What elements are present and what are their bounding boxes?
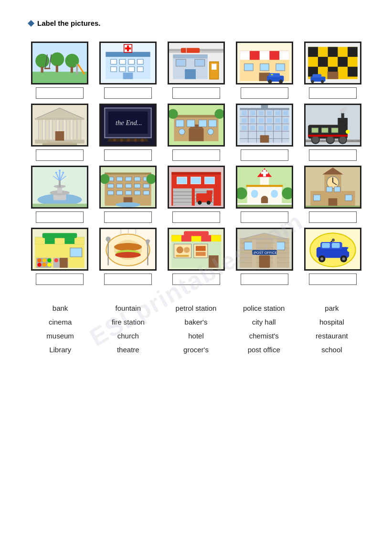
svg-rect-8: [76, 64, 78, 74]
cell-hotel: [97, 166, 159, 223]
svg-rect-195: [173, 189, 191, 206]
svg-point-248: [37, 259, 41, 263]
cell-post-office: POST OFFICE: [233, 228, 295, 285]
label-fountain[interactable]: [36, 211, 84, 223]
label-police-station[interactable]: [241, 87, 288, 99]
svg-rect-44: [279, 51, 289, 61]
label-grocers[interactable]: [36, 274, 84, 285]
label-cinema[interactable]: [309, 87, 357, 99]
svg-rect-210: [191, 177, 201, 184]
pic-train-station: [304, 104, 361, 147]
label-hotel[interactable]: [104, 211, 152, 223]
svg-point-309: [347, 248, 351, 252]
svg-rect-211: [204, 177, 214, 184]
svg-rect-129: [283, 119, 288, 123]
svg-rect-99: [187, 120, 195, 127]
pic-grocers: [31, 228, 88, 271]
svg-rect-174: [117, 177, 122, 181]
svg-rect-243: [35, 237, 45, 244]
word-bank-item: bank: [29, 304, 92, 312]
svg-point-277: [176, 247, 183, 254]
svg-point-68: [311, 80, 314, 83]
svg-rect-144: [311, 128, 318, 133]
svg-point-91: [120, 139, 123, 142]
svg-rect-134: [275, 126, 280, 130]
svg-rect-135: [283, 126, 288, 130]
label-post-office[interactable]: [241, 274, 288, 285]
svg-point-190: [116, 202, 140, 207]
svg-rect-33: [194, 60, 204, 67]
svg-rect-46: [244, 64, 253, 71]
svg-rect-186: [134, 191, 140, 195]
svg-point-90: [113, 139, 116, 142]
svg-rect-130: [242, 126, 246, 130]
svg-rect-80: [35, 118, 85, 120]
label-fire-station[interactable]: [172, 211, 220, 223]
svg-point-69: [321, 80, 324, 83]
svg-rect-18: [128, 60, 134, 64]
svg-rect-185: [125, 191, 131, 195]
svg-rect-274: [211, 235, 221, 242]
svg-rect-222: [246, 185, 283, 187]
word-bank-item: hospital: [300, 318, 363, 326]
svg-rect-22: [128, 67, 134, 72]
svg-rect-120: [258, 111, 263, 116]
pic-theatre: the End...: [99, 104, 157, 147]
word-bank-item: cinema: [29, 318, 92, 326]
svg-rect-73: [45, 119, 49, 141]
label-restaurant[interactable]: [104, 274, 152, 285]
cell-city-hall: [233, 104, 295, 161]
label-park[interactable]: [36, 87, 84, 99]
svg-rect-1: [32, 72, 87, 84]
svg-rect-136: [260, 136, 269, 143]
svg-rect-101: [208, 120, 216, 127]
label-bakers[interactable]: [172, 274, 220, 285]
svg-rect-239: [306, 206, 360, 208]
label-chemist[interactable]: [309, 274, 357, 285]
svg-point-207: [198, 201, 201, 205]
svg-rect-258: [70, 248, 82, 257]
pic-city-hall: [236, 104, 293, 147]
svg-rect-67: [312, 74, 321, 78]
svg-rect-244: [54, 237, 64, 244]
svg-rect-98: [176, 120, 184, 127]
label-petrol-station[interactable]: [172, 87, 220, 99]
svg-rect-237: [334, 187, 340, 192]
cell-chemist: [302, 228, 363, 285]
svg-rect-78: [77, 119, 81, 141]
svg-point-253: [47, 263, 51, 267]
label-museum[interactable]: [36, 149, 84, 161]
svg-point-93: [134, 139, 137, 142]
svg-rect-296: [259, 255, 270, 268]
svg-rect-123: [283, 111, 288, 116]
svg-rect-245: [74, 237, 85, 244]
svg-rect-220: [271, 190, 278, 198]
word-bank-item: grocer's: [164, 346, 227, 354]
svg-rect-138: [261, 105, 268, 109]
label-city-hall[interactable]: [241, 149, 288, 161]
cell-grocers: [29, 228, 90, 285]
svg-point-152: [343, 107, 347, 111]
picture-grid: the End...: [29, 42, 363, 285]
svg-rect-125: [250, 119, 254, 123]
label-hospital[interactable]: [104, 87, 152, 99]
svg-rect-282: [195, 252, 205, 256]
label-church[interactable]: [241, 211, 288, 223]
svg-rect-72: [38, 119, 42, 141]
pic-cinema: [304, 42, 361, 84]
svg-text:the End...: the End...: [116, 119, 142, 126]
svg-rect-47: [260, 64, 269, 71]
svg-rect-236: [326, 187, 332, 192]
svg-point-263: [114, 243, 141, 252]
svg-point-149: [339, 136, 347, 144]
svg-rect-35: [212, 64, 216, 70]
svg-rect-77: [73, 119, 76, 141]
svg-rect-226: [237, 203, 292, 205]
label-train-station[interactable]: [309, 149, 357, 161]
pic-chemist: [304, 228, 361, 271]
label-clock-tower[interactable]: [309, 211, 357, 223]
svg-rect-128: [275, 119, 280, 123]
label-theatre[interactable]: [104, 149, 152, 161]
label-school[interactable]: [172, 149, 220, 161]
word-bank-item: chemist's: [233, 332, 296, 340]
